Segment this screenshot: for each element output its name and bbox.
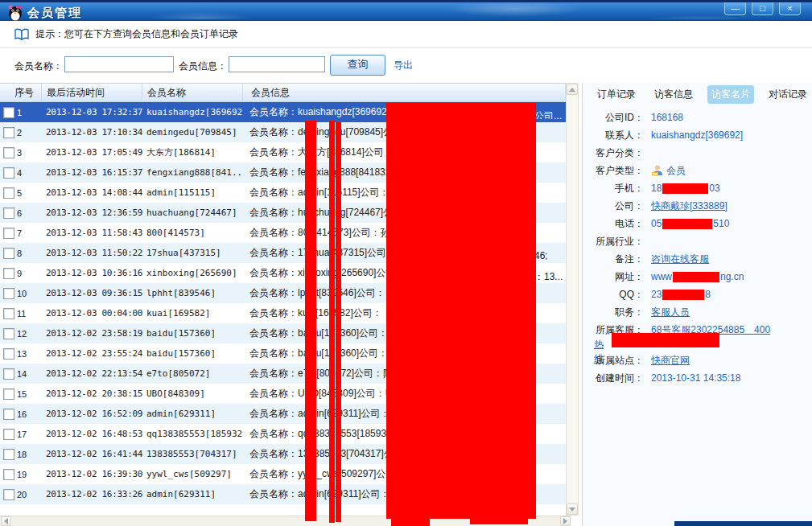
field-value[interactable]: 客服人员 xyxy=(651,306,690,318)
row-index-cell: 13 xyxy=(0,348,42,360)
detail-tabs: 订单记录访客信息访客名片对话记录 xyxy=(583,85,812,104)
row-checkbox[interactable] xyxy=(3,208,14,219)
field-value-post: ng.cn xyxy=(720,271,744,282)
row-last-active: 2013-12-03 14:08:44 xyxy=(42,187,142,198)
field-row: 电话：05510 xyxy=(583,216,812,234)
row-info-text: 会员名称：800[414573]公司：孙 xyxy=(249,227,390,238)
tab-对话记录[interactable]: 对话记录 xyxy=(765,85,811,104)
row-checkbox[interactable] xyxy=(3,147,14,158)
member-name-input[interactable] xyxy=(64,56,174,72)
row-info-text: 会员名称：UBO[848309]公司：UB xyxy=(249,388,398,399)
row-number: 16 xyxy=(17,409,27,419)
vertical-scrollbar[interactable] xyxy=(566,83,579,516)
scroll-down-arrow[interactable] xyxy=(567,503,578,515)
row-number: 8 xyxy=(17,249,22,258)
row-member-name: kuaishangdz[369692] xyxy=(142,107,243,117)
row-member-name: lphht[839546] xyxy=(142,288,243,298)
row-info-text: 会员名称：yywl_cws[509297]公司： xyxy=(249,468,405,479)
row-checkbox[interactable] xyxy=(3,409,14,420)
row-number: 4 xyxy=(17,168,22,178)
tip-text: 提示：您可在下方查询会员信息和会员订单记录 xyxy=(35,27,238,41)
minimize-icon[interactable]: — xyxy=(724,2,746,15)
row-last-active: 2013-12-02 23:58:19 xyxy=(42,328,142,339)
row-checkbox[interactable] xyxy=(3,228,14,239)
row-number: 6 xyxy=(17,208,22,218)
title-bar: 会员管理 —□× xyxy=(0,0,812,21)
row-checkbox[interactable] xyxy=(3,429,14,440)
row-info-text: 会员名称：baidu[157360]公司： xyxy=(249,347,388,359)
scroll-up-arrow[interactable] xyxy=(567,84,578,95)
row-index-cell: 7 xyxy=(0,228,42,239)
row-checkbox[interactable] xyxy=(3,248,14,259)
row-member-name: baidu[157360] xyxy=(142,348,243,359)
row-index-cell: 17 xyxy=(0,429,42,440)
row-checkbox[interactable] xyxy=(3,328,14,339)
query-button[interactable]: 查询 xyxy=(330,55,385,76)
scroll-left-arrow[interactable] xyxy=(1,516,11,526)
row-checkbox[interactable] xyxy=(3,167,14,179)
close-icon[interactable]: × xyxy=(779,2,801,15)
row-member-name: yywl_cws[509297] xyxy=(142,469,243,479)
row-last-active: 2013-12-03 16:15:37 xyxy=(42,167,142,178)
field-value[interactable]: 咨询在线客服 xyxy=(651,253,709,265)
row-member-name: 138385553[704317] xyxy=(142,449,243,459)
row-info-tail: 公司... xyxy=(534,109,562,119)
field-row: 创建时间：2013-10-31 14:35:18 xyxy=(583,371,812,388)
row-index-cell: 18 xyxy=(0,449,42,460)
row-checkbox[interactable] xyxy=(3,127,14,138)
row-member-name: demingedu[709845] xyxy=(142,127,243,138)
export-link[interactable]: 导出 xyxy=(394,59,413,72)
row-index-cell: 12 xyxy=(0,328,42,339)
row-checkbox[interactable] xyxy=(3,348,14,360)
field-label: 创建时间： xyxy=(594,371,644,385)
row-member-name: 17shua[437315] xyxy=(142,248,243,258)
row-last-active: 2013-12-03 17:05:49 xyxy=(42,147,142,158)
tab-访客信息[interactable]: 访客信息 xyxy=(650,85,697,104)
row-checkbox[interactable] xyxy=(3,107,14,118)
tab-订单记录[interactable]: 订单记录 xyxy=(593,85,640,104)
row-checkbox[interactable] xyxy=(3,288,14,299)
row-member-name: xinboxing[265690] xyxy=(142,268,243,278)
field-label: 所属行业： xyxy=(594,234,644,249)
row-info-text: 会员名称：qq138385553[185932] xyxy=(249,428,394,439)
row-checkbox[interactable] xyxy=(3,268,14,279)
col-header-member-name: 会员名称 xyxy=(142,84,243,101)
field-row: 所属站点：快商官网 xyxy=(583,353,812,371)
maximize-icon[interactable]: □ xyxy=(752,2,773,15)
row-checkbox[interactable] xyxy=(3,187,14,199)
row-member-name: 800[414573] xyxy=(142,228,243,238)
field-row: 公司ID：168168 xyxy=(583,110,812,128)
row-index-cell: 9 xyxy=(0,268,42,279)
window-controls: —□× xyxy=(724,2,801,15)
row-last-active: 2013-12-02 16:41:44 xyxy=(42,449,142,459)
row-checkbox[interactable] xyxy=(3,368,14,380)
field-value[interactable]: 快商官网 xyxy=(651,355,690,366)
row-member-name: admin[629311] xyxy=(142,409,243,419)
row-checkbox[interactable] xyxy=(3,489,14,500)
row-member-name: 大东方[186814] xyxy=(142,146,243,158)
field-label: 备注： xyxy=(594,252,644,266)
row-checkbox[interactable] xyxy=(3,469,14,480)
book-icon xyxy=(14,28,29,41)
field-value-pre: www xyxy=(651,271,672,282)
row-checkbox[interactable] xyxy=(3,308,14,319)
field-value[interactable]: 快商戴珍[333889] xyxy=(651,200,728,212)
tab-访客名片[interactable]: 访客名片 xyxy=(707,85,754,104)
row-number: 17 xyxy=(17,429,27,439)
field-value-post: 510 xyxy=(713,218,729,229)
redaction-block xyxy=(336,122,341,522)
row-info-tail: ：13... xyxy=(534,270,563,280)
tip-bar: 提示：您可在下方查询会员信息和会员订单记录 xyxy=(0,21,812,48)
row-info-text: 会员名称：admin[629311]公司： xyxy=(249,488,390,499)
row-last-active: 2013-12-02 20:38:15 xyxy=(42,388,142,399)
member-info-input[interactable] xyxy=(229,56,325,72)
row-number: 18 xyxy=(17,450,27,459)
scroll-right-arrow[interactable] xyxy=(560,516,571,526)
row-checkbox[interactable] xyxy=(3,449,14,460)
field-label: 客户类型： xyxy=(594,163,644,178)
redaction-block xyxy=(391,519,430,526)
row-info-text: 会员名称：baidu[157360]公司： xyxy=(249,327,388,339)
row-checkbox[interactable] xyxy=(3,388,14,400)
redaction-block xyxy=(329,121,335,523)
row-index-cell: 11 xyxy=(0,308,42,319)
